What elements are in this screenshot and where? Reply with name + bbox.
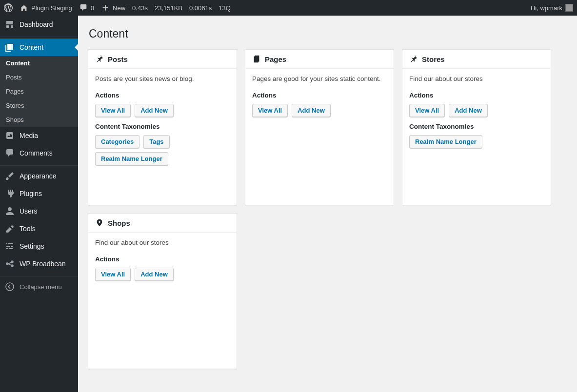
taxonomies-heading: Content Taxonomies	[95, 123, 230, 130]
card-description: Find our about our stores	[409, 75, 544, 84]
pages-stack-icon	[5, 42, 15, 52]
page-title: Content	[89, 27, 567, 40]
metric-queries[interactable]: 13Q	[219, 4, 231, 12]
plus-icon	[101, 3, 110, 12]
avatar-icon	[565, 4, 573, 12]
sidebar-item-media[interactable]: Media	[0, 127, 78, 144]
comments-link[interactable]: 0	[79, 3, 94, 12]
sidebar-item-label: Comments	[20, 149, 53, 157]
view-all-button[interactable]: View All	[409, 104, 445, 117]
actions-heading: Actions	[95, 92, 230, 99]
sidebar-item-label: Tools	[20, 225, 36, 233]
view-all-button[interactable]: View All	[95, 268, 131, 281]
new-link[interactable]: New	[101, 3, 125, 12]
view-all-button[interactable]: View All	[252, 104, 288, 117]
user-icon	[5, 206, 15, 216]
dashboard-icon	[5, 20, 15, 29]
card-title: Shops	[108, 219, 130, 227]
actions-heading: Actions	[252, 92, 387, 99]
sidebar-subitem-content[interactable]: Content	[0, 56, 78, 70]
card-description: Posts are your sites news or blog.	[95, 75, 230, 84]
taxonomy-button-categories[interactable]: Categories	[95, 135, 139, 148]
sidebar-item-dashboard[interactable]: Dashboard	[0, 16, 78, 33]
wrench-icon	[5, 224, 15, 234]
collapse-icon	[5, 282, 15, 292]
wordpress-icon	[4, 3, 13, 12]
view-all-button[interactable]: View All	[95, 104, 131, 117]
pushpin-icon	[95, 55, 104, 63]
site-name-label: Plugin Staging	[31, 4, 72, 12]
taxonomy-button-realm[interactable]: Realm Name Longer	[409, 135, 482, 148]
admin-sidebar: Dashboard Content Content Posts Pages St…	[0, 16, 78, 392]
comments-count: 0	[91, 4, 94, 12]
collapse-label: Collapse menu	[20, 283, 62, 291]
greeting-text: Hi, wpmark	[531, 4, 562, 12]
sidebar-item-content[interactable]: Content	[0, 39, 78, 56]
pages-stack-icon	[252, 55, 261, 63]
metric-db-time[interactable]: 0.0061s	[189, 4, 212, 12]
card-description: Find our about our stores	[95, 238, 230, 248]
svg-point-0	[6, 283, 14, 291]
metric-memory[interactable]: 23,151KB	[155, 4, 182, 12]
sidebar-item-appearance[interactable]: Appearance	[0, 167, 78, 185]
sidebar-item-label: Plugins	[20, 190, 42, 197]
actions-heading: Actions	[409, 92, 544, 99]
sidebar-submenu-content: Content Posts Pages Stores Shops	[0, 56, 78, 127]
admin-bar: Plugin Staging 0 New 0.43s 23,151KB 0.00…	[0, 0, 577, 16]
sidebar-item-settings[interactable]: Settings	[0, 237, 78, 255]
sidebar-item-users[interactable]: Users	[0, 202, 78, 220]
sidebar-subitem-posts[interactable]: Posts	[0, 70, 78, 84]
metric-time[interactable]: 0.43s	[132, 4, 148, 12]
sidebar-item-label: Media	[20, 132, 38, 139]
card-posts: Posts Posts are your sites news or blog.…	[88, 49, 237, 205]
comment-icon	[5, 148, 15, 158]
sidebar-item-comments[interactable]: Comments	[0, 144, 78, 162]
card-description: Pages are good for your sites static con…	[252, 75, 387, 84]
add-new-button[interactable]: Add New	[135, 268, 174, 281]
brush-icon	[5, 171, 15, 181]
sidebar-item-label: Settings	[20, 242, 44, 250]
card-pages: Pages Pages are good for your sites stat…	[245, 49, 394, 205]
user-greeting[interactable]: Hi, wpmark	[531, 4, 573, 12]
add-new-button[interactable]: Add New	[292, 104, 331, 117]
collapse-menu-button[interactable]: Collapse menu	[0, 278, 78, 295]
map-pin-icon	[95, 218, 104, 227]
sidebar-item-wpbroadbean[interactable]: WP Broadbean	[0, 255, 78, 273]
sidebar-item-label: Dashboard	[20, 20, 53, 28]
card-stores: Stores Find our about our stores Actions…	[402, 49, 551, 205]
taxonomy-button-tags[interactable]: Tags	[143, 135, 169, 148]
add-new-button[interactable]: Add New	[135, 104, 174, 117]
site-name-link[interactable]: Plugin Staging	[20, 3, 72, 12]
sidebar-item-label: Appearance	[20, 172, 57, 180]
sidebar-item-plugins[interactable]: Plugins	[0, 185, 78, 202]
card-title: Pages	[265, 55, 286, 63]
sidebar-subitem-shops[interactable]: Shops	[0, 113, 78, 127]
card-shops: Shops Find our about our stores Actions …	[88, 213, 237, 369]
share-icon	[5, 259, 15, 269]
pushpin-icon	[409, 55, 418, 63]
wp-logo[interactable]	[4, 3, 13, 12]
sidebar-item-label: Users	[20, 207, 38, 215]
actions-heading: Actions	[95, 255, 230, 263]
comment-bubble-icon	[79, 3, 88, 12]
card-title: Posts	[108, 55, 128, 63]
home-icon	[20, 3, 28, 12]
sidebar-subitem-stores[interactable]: Stores	[0, 98, 78, 113]
sidebar-item-tools[interactable]: Tools	[0, 220, 78, 237]
new-label: New	[113, 4, 125, 12]
plug-icon	[5, 189, 15, 198]
sidebar-item-label: Content	[20, 43, 43, 51]
sliders-icon	[5, 241, 15, 251]
card-title: Stores	[422, 55, 445, 63]
sidebar-item-label: WP Broadbean	[20, 260, 66, 268]
content-cards-grid: Posts Posts are your sites news or blog.…	[88, 49, 567, 369]
main-content: Content Posts Posts are your sites news …	[78, 16, 577, 392]
sidebar-subitem-pages[interactable]: Pages	[0, 84, 78, 98]
add-new-button[interactable]: Add New	[449, 104, 488, 117]
taxonomy-button-realm[interactable]: Realm Name Longer	[95, 152, 168, 165]
taxonomies-heading: Content Taxonomies	[409, 123, 544, 130]
media-icon	[5, 131, 15, 140]
